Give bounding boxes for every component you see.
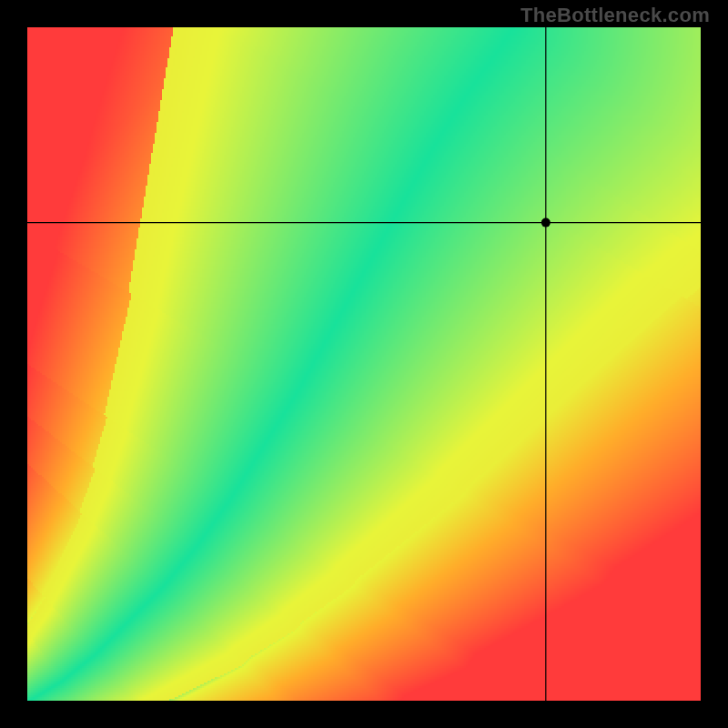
bottleneck-heatmap <box>27 27 701 701</box>
chart-frame: TheBottleneck.com <box>0 0 728 728</box>
watermark-label: TheBottleneck.com <box>521 4 710 27</box>
